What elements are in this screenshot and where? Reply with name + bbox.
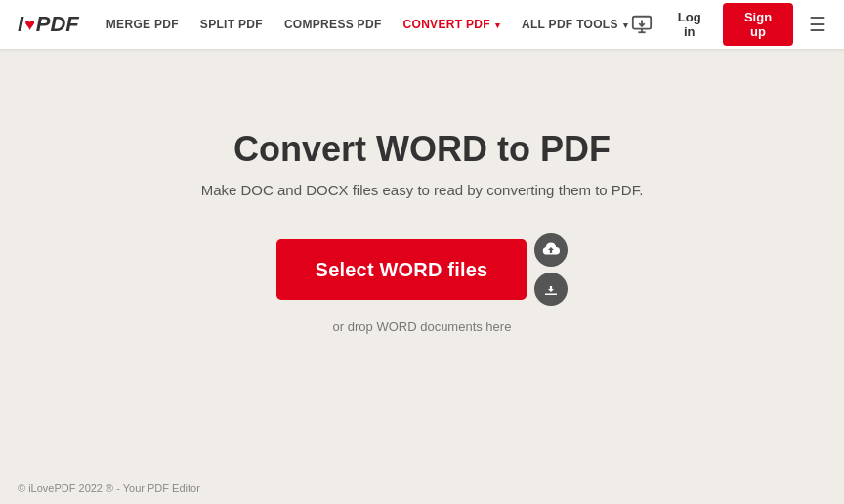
upload-area: Select WORD files — [276, 233, 569, 306]
logo-heart: ♥ — [24, 15, 35, 35]
drop-hint: or drop WORD documents here — [333, 319, 512, 334]
login-button[interactable]: Log in — [665, 10, 713, 39]
side-icons — [534, 233, 568, 306]
monitor-download-icon — [631, 14, 653, 35]
nav-split-pdf[interactable]: SPLIT PDF — [200, 18, 263, 31]
hamburger-menu-button[interactable]: ☰ — [809, 13, 826, 36]
select-word-files-button[interactable]: Select WORD files — [276, 239, 528, 300]
link-icon — [542, 280, 560, 298]
logo[interactable]: I ♥ PDF — [18, 12, 79, 37]
logo-pdf: PDF — [36, 12, 79, 37]
download-icon-btn[interactable] — [628, 8, 656, 41]
footer: © iLovePDF 2022 ® - Your PDF Editor — [0, 473, 844, 504]
nav-convert-pdf[interactable]: CONVERT PDF ▾ — [403, 18, 500, 31]
main-content: Convert WORD to PDF Make DOC and DOCX fi… — [0, 49, 844, 473]
convert-arrow-icon: ▾ — [492, 21, 500, 30]
nav-all-tools[interactable]: ALL PDF TOOLS ▾ — [522, 18, 628, 31]
page-title: Convert WORD to PDF — [233, 129, 611, 170]
cloud-upload-icon — [542, 241, 560, 259]
logo-i: I — [18, 12, 23, 37]
upload-link-button[interactable] — [534, 273, 568, 306]
tools-arrow-icon: ▾ — [620, 21, 628, 30]
nav-right: Log in Sign up ☰ — [628, 3, 826, 46]
navbar: I ♥ PDF MERGE PDF SPLIT PDF COMPRESS PDF… — [0, 0, 844, 49]
signup-button[interactable]: Sign up — [723, 3, 793, 46]
nav-compress-pdf[interactable]: COMPRESS PDF — [284, 18, 382, 31]
footer-text: © iLovePDF 2022 ® - Your PDF Editor — [18, 483, 200, 494]
nav-merge-pdf[interactable]: MERGE PDF — [106, 18, 179, 31]
page-subtitle: Make DOC and DOCX files easy to read by … — [201, 182, 644, 198]
upload-cloud-button[interactable] — [534, 233, 568, 267]
nav-links: MERGE PDF SPLIT PDF COMPRESS PDF CONVERT… — [106, 18, 628, 31]
